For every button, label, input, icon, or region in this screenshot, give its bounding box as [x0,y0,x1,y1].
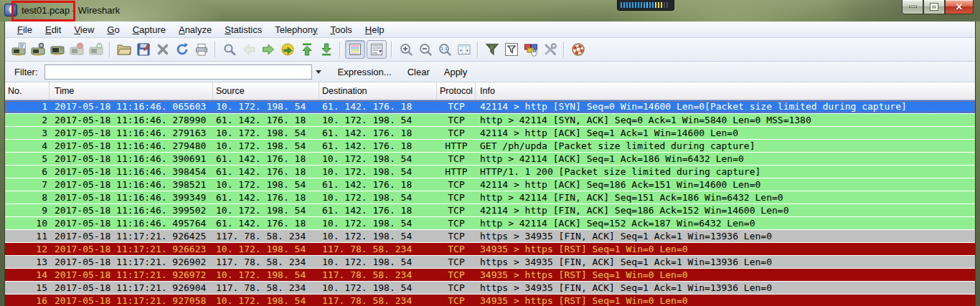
maximize-icon [930,4,938,10]
menu-go[interactable]: Go [100,23,126,37]
cell-time: 2017-05-18 11:17:21. 926425 [50,230,213,242]
zoom-out-button[interactable] [415,40,435,59]
cell-info: 34935 > https [RST] Seq=1 Win=0 Len=0 [476,269,975,281]
table-row[interactable]: 1 2017-05-18 11:16:46. 065603 10. 172. 1… [5,100,975,113]
cell-destination: 10. 172. 198. 54 [319,166,437,178]
display-filter-button[interactable] [501,40,521,59]
restart-capture-button[interactable] [86,40,105,59]
coloring-rules-button[interactable] [521,40,540,59]
zoom-100-button[interactable]: 1:1 [435,40,454,59]
cell-protocol: TCP [437,114,476,126]
column-header-info[interactable]: Info [476,82,975,100]
column-header-source[interactable]: Source [213,82,319,100]
capture-options-icon [31,42,45,57]
column-header-no[interactable]: No. [5,82,50,100]
coloring-rules-icon [524,42,538,57]
go-to-bottom-button[interactable] [316,40,336,59]
find-packet-button[interactable] [220,40,239,59]
desktop-gadget [617,0,674,11]
cell-source: 10. 172. 198. 54 [213,100,319,113]
table-row[interactable]: 14 2017-05-18 11:17:21. 926972 10. 172. … [5,268,975,281]
cell-protocol: TCP [437,295,476,306]
print-button[interactable] [192,40,211,59]
auto-scroll-toggle[interactable] [367,40,387,59]
save-file-button[interactable] [133,40,153,59]
cell-info: 42114 > http [ACK] Seq=186 Ack=151 Win=1… [476,178,975,191]
close-file-button[interactable] [153,40,172,59]
table-row[interactable]: 16 2017-05-18 11:17:21. 927058 10. 172. … [5,294,975,306]
toolbar-separator [477,42,479,57]
cell-time: 2017-05-18 11:16:46. 399349 [50,191,213,204]
table-row[interactable]: 8 2017-05-18 11:16:46. 399349 61. 142. 1… [5,191,975,204]
cell-source: 61. 142. 176. 18 [213,217,319,229]
capture-filter-button[interactable] [482,40,501,59]
table-row[interactable]: 2 2017-05-18 11:16:46. 278990 61. 142. 1… [5,113,975,126]
close-button[interactable]: × [945,0,974,14]
table-row[interactable]: 7 2017-05-18 11:16:46. 398521 10. 172. 1… [5,178,975,191]
column-header-destination[interactable]: Destination [319,82,437,100]
reload-button[interactable] [172,40,192,59]
zoom-in-icon [399,42,413,57]
go-forward-button[interactable] [258,40,278,59]
cell-info: http > 42114 [ACK] Seq=1 Ack=186 Win=643… [476,153,975,165]
menu-file[interactable]: File [11,23,39,37]
open-file-button[interactable] [114,40,133,59]
menu-statistics[interactable]: Statistics [218,23,268,37]
menu-analyze[interactable]: Analyze [172,23,218,37]
table-row[interactable]: 5 2017-05-18 11:16:46. 390691 61. 142. 1… [5,152,975,165]
menu-help[interactable]: Help [359,23,391,37]
list-interfaces-button[interactable] [9,40,28,59]
table-row[interactable]: 6 2017-05-18 11:16:46. 398454 61. 142. 1… [5,165,975,178]
cell-time: 2017-05-18 11:16:46. 399502 [50,204,213,216]
table-row[interactable]: 15 2017-05-18 11:17:21. 926904 117. 78. … [5,281,975,294]
table-row[interactable]: 3 2017-05-18 11:16:46. 279163 10. 172. 1… [5,126,975,139]
toolbar-separator [339,42,341,57]
go-to-top-button[interactable] [297,40,316,59]
menu-telephony[interactable]: Telephony [268,23,324,37]
cell-time: 2017-05-18 11:17:21. 926623 [50,243,213,255]
save-file-icon [136,42,151,57]
table-row[interactable]: 4 2017-05-18 11:16:46. 279480 10. 172. 1… [5,139,975,152]
table-row[interactable]: 13 2017-05-18 11:17:21. 926902 117. 78. … [5,255,975,268]
start-capture-button[interactable] [47,40,67,59]
menu-view[interactable]: View [67,23,100,37]
zoom-100-icon: 1:1 [438,42,452,57]
help-button[interactable] [568,40,588,59]
menu-edit[interactable]: Edit [39,23,67,37]
cell-time: 2017-05-18 11:16:46. 279480 [50,140,213,152]
cell-time: 2017-05-18 11:16:46. 279163 [50,127,213,139]
clear-button[interactable]: Clear [403,64,434,80]
stop-capture-button[interactable] [67,40,86,59]
preferences-button[interactable] [540,40,560,59]
open-file-icon [117,42,131,57]
resize-columns-button[interactable] [454,40,473,59]
filter-dropdown-button[interactable] [312,64,325,80]
menu-capture[interactable]: Capture [126,23,172,37]
filter-input[interactable] [44,64,312,80]
minimize-button[interactable] [902,0,923,14]
window-content: File Edit View Go Capture Analyze Statis… [5,21,975,306]
menu-tools[interactable]: Tools [324,23,359,37]
zoom-in-button[interactable] [396,40,415,59]
cell-time: 2017-05-18 11:17:21. 926902 [50,256,213,268]
table-row[interactable]: 11 2017-05-18 11:17:21. 926425 117. 78. … [5,229,975,242]
go-back-button[interactable] [239,40,258,59]
cell-source: 61. 142. 176. 18 [213,114,319,126]
table-row[interactable]: 10 2017-05-18 11:16:46. 495764 61. 142. … [5,216,975,229]
maximize-button[interactable] [923,0,945,14]
column-header-time[interactable]: Time [50,82,213,100]
cell-no: 9 [5,204,50,216]
colorize-toggle[interactable] [345,40,365,59]
cell-source: 10. 172. 198. 54 [213,269,319,281]
column-header-protocol[interactable]: Protocol [437,82,476,100]
cell-time: 2017-05-18 11:16:46. 398521 [50,178,213,191]
table-row[interactable]: 12 2017-05-18 11:17:21. 926623 10. 172. … [5,242,975,255]
capture-options-button[interactable] [28,40,47,59]
cell-time: 2017-05-18 11:17:21. 927058 [50,295,213,306]
apply-button[interactable]: Apply [440,64,472,80]
table-row[interactable]: 9 2017-05-18 11:16:46. 399502 10. 172. 1… [5,204,975,216]
go-to-packet-button[interactable] [278,40,297,59]
cell-protocol: HTTP [437,140,476,152]
go-to-bottom-icon [319,42,334,57]
expression-button[interactable]: Expression... [334,64,396,80]
